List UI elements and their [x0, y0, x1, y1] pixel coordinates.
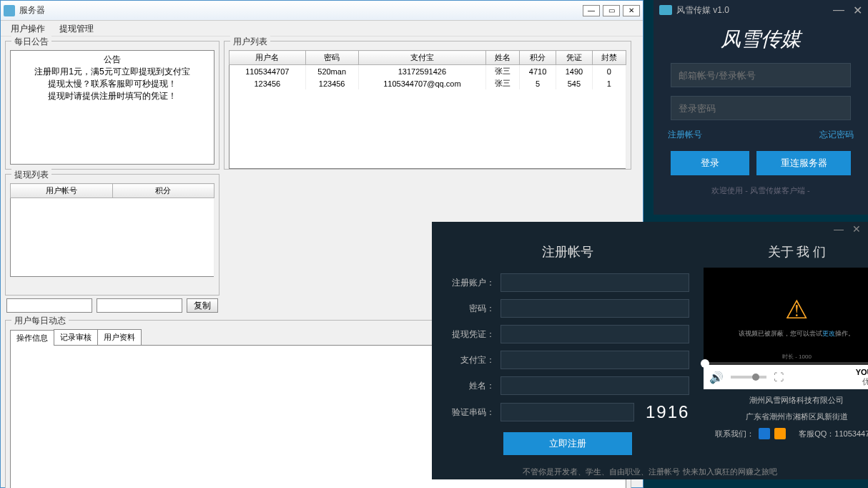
reg-cert-input[interactable] — [500, 325, 689, 343]
contact-icon-2[interactable] — [774, 428, 786, 439]
contact-icon-1[interactable] — [759, 428, 770, 439]
tab-0[interactable]: 操作信息 — [10, 330, 54, 346]
client-close-button[interactable]: ✕ — [853, 4, 862, 17]
reg-footer: 不管你是开发者、学生、自由职业、注册帐号 快来加入疯狂的网赚之旅吧 — [432, 462, 868, 482]
client-footer: 欢迎使用 - 风雪传媒客户端 - — [654, 185, 868, 196]
copy-input-2[interactable] — [97, 298, 182, 313]
client-logo-icon — [659, 5, 672, 15]
reg-password-input[interactable] — [500, 299, 689, 318]
reg-name-input[interactable] — [500, 376, 689, 395]
user-table-header[interactable]: 积分 — [520, 51, 556, 65]
video-error-text: 该视频已被屏蔽，您可以尝试更改操作。 — [739, 329, 854, 338]
reg-captcha-input[interactable] — [500, 403, 634, 421]
client-minimize-button[interactable]: — — [833, 4, 844, 17]
reg-alipay-input[interactable] — [500, 351, 689, 369]
reg-close-button[interactable]: ✕ — [852, 223, 861, 235]
client-brand: 风雪传媒 — [654, 20, 868, 63]
label-cert: 提现凭证： — [446, 328, 500, 341]
user-table-header[interactable]: 支付宝 — [358, 51, 485, 65]
reg-account-input[interactable] — [500, 273, 689, 292]
reg-submit-button[interactable]: 立即注册 — [503, 432, 632, 455]
menubar: 用户操作 提现管理 — [1, 21, 643, 36]
register-link[interactable]: 注册帐号 — [668, 129, 702, 141]
email-input[interactable] — [671, 63, 851, 87]
login-button[interactable]: 登录 — [671, 151, 749, 175]
label-alipay: 支付宝： — [446, 354, 500, 366]
userlist-group: 用户列表 用户名密码支付宝姓名积分凭证封禁 1105344707520man13… — [224, 41, 631, 170]
reg-minimize-button[interactable]: — — [834, 223, 844, 235]
label-name: 姓名： — [446, 380, 500, 392]
app-icon — [4, 5, 15, 16]
tab-1[interactable]: 记录审核 — [54, 329, 98, 345]
minimize-button[interactable]: — — [583, 5, 600, 16]
about-title: 关于 我 们 — [704, 243, 868, 260]
user-table-header[interactable]: 姓名 — [486, 51, 520, 65]
volume-slider[interactable] — [731, 376, 766, 379]
copy-input-1[interactable] — [6, 298, 92, 313]
announce-textarea[interactable]: 公告 注册即用1元，满5元可立即提现到支付宝 提现太慢？联系客服即可秒提现！ 提… — [10, 50, 214, 165]
withdraw-group: 提现列表 用户帐号积分 — [5, 174, 220, 296]
user-table-header[interactable]: 凭证 — [556, 51, 593, 65]
qq-label: 客服QQ：1105344707 — [799, 429, 868, 439]
announce-group: 每日公告 公告 注册即用1元，满5元可立即提现到支付宝 提现太慢？联系客服即可秒… — [5, 41, 220, 170]
table-row[interactable]: 1105344707520man13172591426张三471014900 — [230, 65, 626, 78]
titlebar: 服务器 — ▭ ✕ — [1, 1, 643, 21]
label-password: 密码： — [446, 303, 500, 315]
client-login-window: 风雪传媒 v1.0 — ✕ 风雪传媒 注册帐号 忘记密码 登录 重连服务器 欢迎… — [654, 0, 868, 215]
video-player[interactable]: ⚠ 该视频已被屏蔽，您可以尝试更改操作。 时长 - 1000 🔊 ⛶ YOUKU… — [704, 268, 868, 389]
fullscreen-icon[interactable]: ⛶ — [774, 371, 784, 383]
video-progress[interactable] — [704, 362, 868, 365]
forgot-link[interactable]: 忘记密码 — [819, 129, 854, 141]
copy-button[interactable]: 复制 — [187, 298, 218, 313]
video-time: 时长 - 1000 — [782, 353, 812, 361]
activity-legend: 用户每日动态 — [11, 315, 69, 327]
user-table-header[interactable]: 用户名 — [230, 51, 306, 65]
menu-withdraw-mgmt[interactable]: 提现管理 — [52, 21, 101, 36]
youku-logo: YOUKU 优酷 — [856, 368, 868, 387]
window-title: 服务器 — [19, 4, 583, 16]
register-window: — ✕ 注册帐号 注册账户： 密码： 提现凭证： 支付宝： 姓名： 验证串码：1… — [432, 222, 868, 479]
tab-2[interactable]: 用户资料 — [97, 329, 142, 345]
maximize-button[interactable]: ▭ — [603, 5, 620, 16]
withdraw-table-header[interactable]: 积分 — [112, 184, 214, 198]
user-table[interactable]: 用户名密码支付宝姓名积分凭证封禁 1105344707520man1317259… — [229, 50, 626, 169]
table-row[interactable]: 1234561234561105344707@qq.com张三55451 — [230, 77, 626, 89]
label-account: 注册账户： — [446, 277, 500, 289]
withdraw-table[interactable]: 用户帐号积分 — [10, 183, 214, 277]
reconnect-button[interactable]: 重连服务器 — [756, 151, 851, 175]
userlist-legend: 用户列表 — [230, 36, 270, 48]
menu-user-ops[interactable]: 用户操作 — [4, 21, 52, 36]
volume-icon[interactable]: 🔊 — [709, 371, 724, 384]
company-name: 潮州风雪网络科技有限公司 — [704, 395, 868, 406]
company-address: 广东省潮州市湘桥区凤新街道 — [704, 411, 868, 422]
label-captcha: 验证串码： — [446, 406, 500, 419]
reg-title: 注册帐号 — [446, 243, 689, 260]
contact-row: 联系我们： 客服QQ：1105344707 — [704, 428, 868, 439]
withdraw-table-header[interactable]: 用户帐号 — [11, 184, 113, 198]
withdraw-legend: 提现列表 — [11, 169, 51, 181]
warning-icon: ⚠ — [785, 295, 808, 325]
user-table-header[interactable]: 封禁 — [592, 51, 626, 65]
close-button[interactable]: ✕ — [623, 5, 640, 16]
client-title: 风雪传媒 v1.0 — [676, 4, 729, 16]
announce-legend: 每日公告 — [11, 36, 51, 48]
password-input[interactable] — [671, 96, 851, 120]
client-titlebar: 风雪传媒 v1.0 — ✕ — [654, 0, 868, 20]
captcha-value: 1916 — [646, 402, 689, 422]
user-table-header[interactable]: 密码 — [305, 51, 358, 65]
